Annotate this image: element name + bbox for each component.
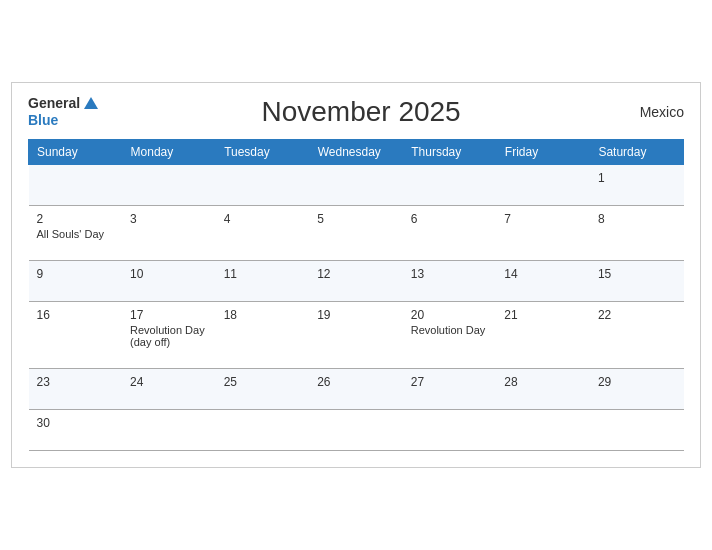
calendar-cell	[496, 164, 590, 205]
calendar-cell: 14	[496, 260, 590, 301]
calendar-cell: 9	[29, 260, 123, 301]
calendar-cell	[403, 164, 497, 205]
day-number: 7	[504, 212, 582, 226]
week-row-5: 30	[29, 409, 684, 450]
calendar-title: November 2025	[98, 96, 624, 128]
day-number: 25	[224, 375, 302, 389]
day-number: 4	[224, 212, 302, 226]
calendar-cell	[309, 409, 403, 450]
calendar-cell: 11	[216, 260, 310, 301]
calendar-cell	[216, 409, 310, 450]
day-number: 13	[411, 267, 489, 281]
calendar-cell	[590, 409, 684, 450]
calendar-cell: 19	[309, 301, 403, 368]
calendar-cell: 17Revolution Day (day off)	[122, 301, 216, 368]
day-header-sunday: Sunday	[29, 139, 123, 164]
day-header-thursday: Thursday	[403, 139, 497, 164]
week-row-3: 1617Revolution Day (day off)181920Revolu…	[29, 301, 684, 368]
event-label: All Souls' Day	[37, 228, 115, 240]
day-number: 15	[598, 267, 676, 281]
day-number: 29	[598, 375, 676, 389]
days-header-row: SundayMondayTuesdayWednesdayThursdayFrid…	[29, 139, 684, 164]
calendar-cell: 24	[122, 368, 216, 409]
calendar-cell: 8	[590, 205, 684, 260]
day-number: 17	[130, 308, 208, 322]
day-number: 26	[317, 375, 395, 389]
event-label: Revolution Day	[411, 324, 489, 336]
calendar-cell: 4	[216, 205, 310, 260]
day-number: 27	[411, 375, 489, 389]
calendar-cell	[122, 409, 216, 450]
logo-blue-text: Blue	[28, 112, 58, 129]
day-number: 19	[317, 308, 395, 322]
day-number: 12	[317, 267, 395, 281]
calendar-cell: 22	[590, 301, 684, 368]
calendar-cell: 21	[496, 301, 590, 368]
calendar-cell: 12	[309, 260, 403, 301]
day-header-tuesday: Tuesday	[216, 139, 310, 164]
calendar-cell: 30	[29, 409, 123, 450]
day-number: 21	[504, 308, 582, 322]
day-number: 3	[130, 212, 208, 226]
day-number: 8	[598, 212, 676, 226]
day-number: 23	[37, 375, 115, 389]
calendar-cell: 16	[29, 301, 123, 368]
day-header-saturday: Saturday	[590, 139, 684, 164]
day-number: 20	[411, 308, 489, 322]
day-header-wednesday: Wednesday	[309, 139, 403, 164]
day-number: 18	[224, 308, 302, 322]
day-number: 30	[37, 416, 115, 430]
calendar-cell: 26	[309, 368, 403, 409]
day-number: 5	[317, 212, 395, 226]
calendar-cell: 28	[496, 368, 590, 409]
calendar-cell: 13	[403, 260, 497, 301]
calendar-cell: 6	[403, 205, 497, 260]
calendar-cell: 27	[403, 368, 497, 409]
week-row-1: 2All Souls' Day345678	[29, 205, 684, 260]
calendar-cell: 2All Souls' Day	[29, 205, 123, 260]
day-number: 24	[130, 375, 208, 389]
week-row-2: 9101112131415	[29, 260, 684, 301]
week-row-0: 1	[29, 164, 684, 205]
calendar-cell: 15	[590, 260, 684, 301]
day-number: 9	[37, 267, 115, 281]
logo-triangle-icon	[84, 97, 98, 109]
day-number: 22	[598, 308, 676, 322]
day-number: 11	[224, 267, 302, 281]
week-row-4: 23242526272829	[29, 368, 684, 409]
calendar-table: SundayMondayTuesdayWednesdayThursdayFrid…	[28, 139, 684, 451]
calendar-cell	[122, 164, 216, 205]
calendar-cell: 3	[122, 205, 216, 260]
calendar-cell: 5	[309, 205, 403, 260]
day-header-monday: Monday	[122, 139, 216, 164]
calendar-cell: 23	[29, 368, 123, 409]
day-number: 10	[130, 267, 208, 281]
calendar-cell	[403, 409, 497, 450]
calendar-cell: 1	[590, 164, 684, 205]
day-header-friday: Friday	[496, 139, 590, 164]
calendar-cell: 20Revolution Day	[403, 301, 497, 368]
day-number: 16	[37, 308, 115, 322]
event-label: Revolution Day (day off)	[130, 324, 208, 348]
calendar-cell: 18	[216, 301, 310, 368]
calendar-header: General Blue November 2025 Mexico	[28, 95, 684, 129]
calendar-cell	[29, 164, 123, 205]
logo: General Blue	[28, 95, 98, 129]
country-label: Mexico	[624, 104, 684, 120]
day-number: 6	[411, 212, 489, 226]
calendar-cell: 10	[122, 260, 216, 301]
calendar-cell	[216, 164, 310, 205]
day-number: 28	[504, 375, 582, 389]
calendar-container: General Blue November 2025 Mexico Sunday…	[11, 82, 701, 468]
day-number: 1	[598, 171, 676, 185]
day-number: 2	[37, 212, 115, 226]
calendar-cell	[309, 164, 403, 205]
logo-general-text: General	[28, 95, 80, 112]
calendar-cell: 7	[496, 205, 590, 260]
day-number: 14	[504, 267, 582, 281]
calendar-cell	[496, 409, 590, 450]
calendar-cell: 29	[590, 368, 684, 409]
calendar-cell: 25	[216, 368, 310, 409]
